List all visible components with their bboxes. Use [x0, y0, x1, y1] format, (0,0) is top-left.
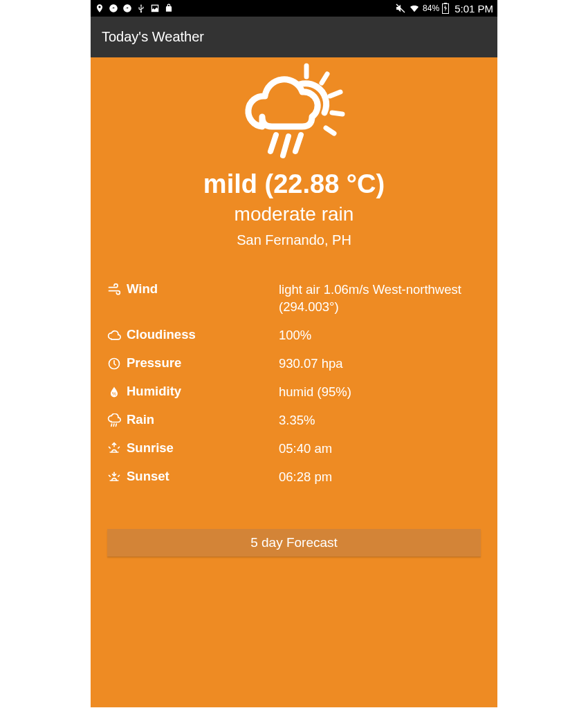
svg-line-16 — [113, 424, 114, 426]
svg-line-7 — [330, 92, 340, 96]
svg-line-22 — [109, 475, 111, 476]
svg-line-12 — [295, 135, 301, 151]
device-frame: 84% 5:01 PM Today's Weather — [91, 0, 497, 707]
metric-row-humidity: % Humidity humid (95%) — [107, 378, 481, 407]
metrics-list: Wind light air 1.06m/s West-northwest (2… — [91, 276, 497, 492]
location-icon — [95, 3, 104, 13]
messenger-icon — [122, 3, 132, 13]
wind-icon — [107, 281, 127, 297]
metric-value: 930.07 hpa — [279, 355, 481, 373]
metric-label: Sunrise — [127, 440, 279, 456]
wifi-icon — [409, 3, 420, 14]
forecast-button-label: 5 day Forecast — [250, 535, 338, 550]
status-right-icons: 84% 5:01 PM — [395, 3, 493, 15]
metric-row-sunset: Sunset 06:28 pm — [107, 463, 481, 492]
humidity-icon: % — [107, 384, 127, 399]
metric-value: 100% — [279, 327, 481, 344]
svg-line-20 — [118, 447, 120, 448]
rain-icon — [107, 412, 127, 427]
cloud-icon — [107, 327, 127, 342]
image-icon — [150, 3, 160, 13]
metric-label: Pressure — [127, 355, 279, 371]
metric-row-sunrise: Sunrise 05:40 am — [107, 435, 481, 463]
metric-value: 06:28 pm — [279, 469, 481, 486]
battery-percent: 84% — [423, 3, 439, 13]
svg-line-19 — [109, 447, 111, 448]
metric-value: 05:40 am — [279, 440, 481, 458]
metric-row-rain: Rain 3.35% — [107, 407, 481, 435]
svg-line-10 — [270, 135, 276, 151]
hero-headline: mild (22.88 °C) — [104, 169, 484, 199]
hero-condition: moderate rain — [104, 203, 484, 225]
svg-rect-4 — [444, 3, 447, 4]
metric-value: humid (95%) — [279, 384, 481, 401]
store-icon — [164, 3, 174, 13]
svg-line-15 — [111, 424, 112, 426]
app-bar-title: Today's Weather — [102, 29, 204, 44]
metric-label: Humidity — [127, 384, 279, 399]
svg-line-23 — [118, 475, 120, 476]
svg-text:%: % — [112, 391, 116, 396]
app-bar: Today's Weather — [91, 17, 497, 57]
status-bar: 84% 5:01 PM — [91, 0, 497, 17]
pressure-icon — [107, 355, 127, 371]
messenger-icon — [109, 3, 118, 13]
hero-section: mild (22.88 °C) moderate rain San Fernan… — [91, 57, 497, 276]
weather-rain-sun-icon — [239, 63, 349, 167]
metric-label: Cloudiness — [127, 327, 279, 342]
metric-label: Sunset — [127, 469, 279, 484]
metric-label: Wind — [127, 281, 279, 297]
metric-row-wind: Wind light air 1.06m/s West-northwest (2… — [107, 276, 481, 322]
svg-line-11 — [283, 136, 288, 156]
mute-icon — [395, 3, 406, 14]
svg-line-9 — [326, 128, 334, 133]
status-left-icons — [95, 3, 174, 13]
forecast-button-wrap: 5 day Forecast — [91, 492, 497, 557]
metric-row-pressure: Pressure 930.07 hpa — [107, 350, 481, 378]
metric-value: 3.35% — [279, 412, 481, 429]
main-content: mild (22.88 °C) moderate rain San Fernan… — [91, 57, 497, 707]
svg-line-17 — [116, 424, 117, 426]
sunset-icon — [107, 469, 127, 484]
metric-value: light air 1.06m/s West-northwest (294.00… — [279, 281, 481, 316]
sunrise-icon — [107, 440, 127, 456]
battery-charging-icon — [442, 3, 449, 14]
usb-icon — [136, 3, 146, 13]
metric-row-cloudiness: Cloudiness 100% — [107, 322, 481, 350]
hero-location: San Fernando, PH — [104, 232, 484, 248]
metric-label: Rain — [127, 412, 279, 427]
clock-text: 5:01 PM — [454, 3, 493, 15]
svg-line-6 — [322, 74, 327, 83]
forecast-button[interactable]: 5 day Forecast — [107, 529, 481, 557]
svg-line-8 — [332, 113, 342, 114]
